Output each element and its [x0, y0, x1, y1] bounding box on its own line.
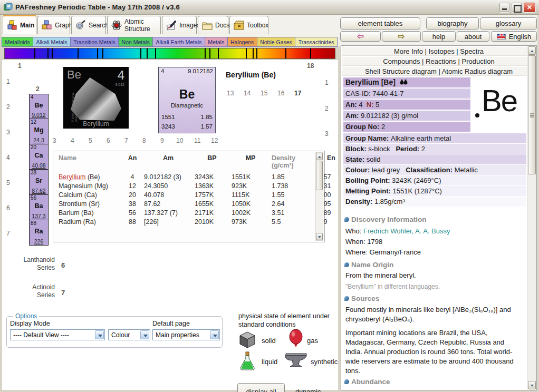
element-cell-be[interactable]: 4 Be 9.012 — [29, 94, 49, 119]
close-button[interactable] — [523, 2, 536, 13]
legend-non-metals[interactable]: Non Metals — [119, 37, 153, 46]
element-cell-ra[interactable]: 88 Ra 226 — [29, 220, 49, 246]
chevron-down-icon[interactable] — [210, 330, 219, 339]
table-row-name[interactable]: Strontium (Sr) — [59, 199, 121, 208]
legend-alkali-earth-metals[interactable]: Alkali Earth Metals — [153, 37, 205, 46]
group-4-label: 4 — [71, 137, 74, 144]
display-mode-select[interactable]: ---- Default View ---- — [10, 329, 105, 340]
table-scrollbar[interactable] — [315, 152, 323, 241]
table-row-name[interactable]: Magnesium (Mg) — [59, 181, 121, 190]
lewis-dot-structure: Be — [474, 79, 532, 131]
group-8-label: 8 — [142, 137, 146, 144]
display-all-button[interactable]: display all — [237, 383, 285, 392]
group-18-label: 18 — [307, 62, 314, 70]
search-icon — [75, 19, 86, 31]
ra-symbol: Ra — [30, 228, 48, 235]
group-16-label: 16 — [277, 90, 284, 97]
table-scroll-up-icon[interactable] — [316, 153, 323, 160]
minimize-button[interactable] — [499, 2, 510, 13]
actinoid-line2: Series — [37, 291, 55, 299]
period-3-label: 3 — [6, 129, 10, 136]
cubes-icon — [6, 19, 18, 31]
table-row-name[interactable]: Barium (Ba) — [59, 208, 121, 217]
who-links[interactable]: Fredrich Wohler, A. A. Bussy — [363, 227, 450, 235]
scroll-thumb[interactable] — [528, 55, 536, 174]
table-scroll-thumb[interactable] — [316, 161, 323, 190]
info-panel-scrollbar[interactable] — [527, 46, 536, 389]
element-tables-button[interactable]: element tables — [340, 17, 420, 30]
period-4-label: 4 — [6, 154, 10, 161]
group-1-label: 1 — [18, 62, 22, 70]
language-button[interactable]: English — [491, 31, 537, 42]
calcium-suffix: (Ca) — [82, 191, 97, 199]
nav-diagrams-row[interactable]: Shell Structure diagram | Atomic Radius … — [342, 67, 535, 76]
title-bar: PAFreshney Periodic Table - May 17th 200… — [0, 0, 539, 15]
group-15-label: 15 — [261, 90, 267, 97]
tab-search[interactable]: Search — [71, 16, 106, 34]
biography-button[interactable]: biography — [426, 17, 479, 30]
default-page-select[interactable]: Main properties — [152, 329, 220, 340]
tab-toolbox[interactable]: Toolbox — [229, 16, 268, 34]
nav-compounds-row[interactable]: Compounds | Reactions | Production — [342, 57, 535, 66]
table-row-name[interactable]: Calcium (Ca) — [59, 190, 121, 199]
element-cell-ba[interactable]: 56 Ba 137.3 — [29, 195, 49, 220]
scroll-down-icon[interactable] — [528, 381, 536, 389]
tab-images[interactable]: Images — [162, 16, 197, 34]
legend-alkali-metals[interactable]: Alkali Metals — [33, 37, 71, 46]
tab-docs[interactable]: Docs — [198, 16, 228, 34]
options-groupbox: Options Display Mode Default page ---- D… — [6, 316, 223, 348]
calcium-link[interactable]: Calcium — [59, 191, 82, 199]
scroll-up-icon[interactable] — [528, 46, 536, 55]
legend-metalloids[interactable]: Metalloids — [2, 37, 33, 46]
lanthanoid-line1: Lanthanoid — [24, 256, 55, 263]
legend-noble-gases[interactable]: Noble Gases — [257, 37, 296, 46]
help-button[interactable]: help — [422, 31, 456, 42]
default-page-label: Default page — [152, 320, 190, 327]
maximize-button[interactable] — [511, 2, 522, 13]
chevron-down-icon[interactable] — [95, 330, 104, 339]
binoculars-icon[interactable] — [400, 79, 408, 85]
nav-more-info-row[interactable]: More Info | Isotopes | Spectra — [342, 47, 535, 56]
abundance-universe: Universe: 0.001 ppm (by weight) — [345, 388, 444, 390]
languages-link[interactable]: "Beryllium" in different languages. — [345, 283, 440, 290]
lanthanoid-series-label: Lanthanoid Series — [13, 256, 55, 272]
group-name-value: Alkaline earth metal — [391, 134, 451, 142]
back-button[interactable]: ⇦ — [340, 31, 381, 42]
abundance-title: Abundance — [351, 378, 390, 386]
tab-atomic-structure[interactable]: Atomic Structure — [107, 16, 161, 34]
card-melting-point: 1551 — [161, 114, 175, 120]
legend-metals[interactable]: Metals — [205, 37, 228, 46]
lewis-symbol: Be — [482, 83, 517, 118]
table-row-name[interactable]: Beryllium (Be) — [59, 172, 121, 181]
physical-state-title: physical state of element under standard… — [238, 312, 330, 329]
col-bp: BP — [195, 154, 229, 172]
ba-symbol: Ba — [30, 202, 48, 210]
colour-select[interactable]: Colour — [108, 329, 150, 340]
forward-button[interactable]: ⇨ — [382, 31, 421, 42]
element-cell-sr[interactable]: 38 Sr 87.62 — [29, 170, 49, 195]
chevron-down-icon[interactable] — [140, 330, 149, 339]
element-cell-ca[interactable]: 20 Ca 40.08 — [29, 144, 49, 170]
liquid-label: liquid — [262, 358, 277, 366]
magnesium-link[interactable]: Magnesium — [59, 182, 93, 190]
tab-main[interactable]: Main — [3, 15, 36, 34]
table-row-name[interactable]: Radium (Ra) — [59, 217, 121, 226]
tab-graph[interactable]: Graph — [37, 16, 70, 34]
barium-link[interactable]: Barium — [59, 209, 80, 217]
group-6-label: 6 — [107, 137, 110, 144]
element-card[interactable]: 4 9.012182 Be Diamagnetic 1551 1.85 3243… — [158, 67, 216, 133]
strontium-link[interactable]: Strontium — [59, 200, 87, 208]
glossary-button[interactable]: glossary — [480, 17, 537, 30]
tab-graph-label: Graph — [55, 22, 72, 29]
beryllium-link[interactable]: Beryllium — [59, 173, 85, 181]
about-button[interactable]: about — [457, 31, 489, 42]
legend-transition-metals[interactable]: Transition Metals — [71, 37, 119, 46]
table-scroll-down-icon[interactable] — [316, 233, 323, 240]
melting-point-row: Melting Point: 1551K (1287°C) — [343, 186, 526, 196]
n-label: N: — [367, 101, 374, 109]
legend-transactinides[interactable]: Transactinides — [295, 37, 337, 46]
dynamic-label[interactable]: dynamic — [295, 388, 321, 392]
radium-link[interactable]: Radium — [59, 218, 81, 226]
legend-halogens[interactable]: Halogens — [228, 37, 257, 46]
element-cell-mg[interactable]: 12 Mg 24.3 — [29, 119, 49, 144]
